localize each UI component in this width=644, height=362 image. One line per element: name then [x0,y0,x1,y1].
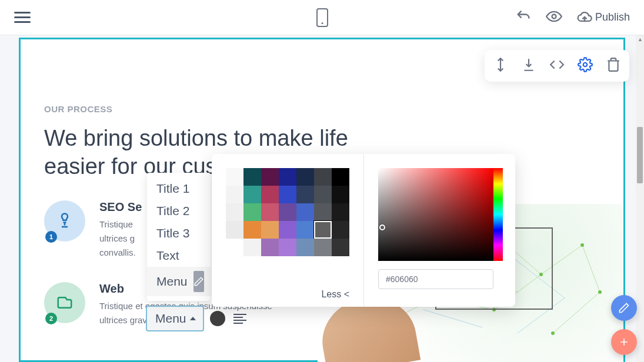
color-swatch[interactable] [314,186,332,203]
less-toggle[interactable]: Less < [226,283,349,300]
feature-icon-seo: 1 [44,200,85,242]
section-eyebrow[interactable]: OUR PROCESS [44,104,600,114]
vertical-scrollbar[interactable]: ▲ [636,35,644,362]
color-swatch[interactable] [332,186,349,203]
settings-icon[interactable] [578,57,593,75]
hex-input[interactable] [378,269,493,289]
color-swatch[interactable] [226,239,243,256]
svg-point-0 [552,14,556,18]
color-swatch[interactable] [261,221,279,239]
color-swatch[interactable] [261,186,279,203]
color-swatch[interactable] [314,239,332,256]
dropdown-item-title3[interactable]: Title 3 [147,222,211,244]
saturation-value-field[interactable] [378,168,493,261]
download-icon[interactable] [521,57,536,75]
sv-cursor[interactable] [379,224,385,230]
color-swatch[interactable] [314,203,332,221]
delete-icon[interactable] [606,57,621,75]
color-swatch[interactable] [243,239,261,256]
color-swatch[interactable] [279,186,296,203]
edit-fab[interactable] [611,295,637,321]
color-swatch[interactable] [261,203,279,221]
color-swatch[interactable] [243,221,261,239]
scrollbar-thumb[interactable] [637,127,643,183]
color-swatch[interactable] [279,239,296,256]
svg-line-19 [423,310,482,327]
color-swatch[interactable] [226,186,243,203]
feature-badge: 2 [45,313,57,324]
color-swatch[interactable] [226,168,243,186]
color-swatch[interactable] [332,203,349,221]
dropdown-item-text[interactable]: Text [147,244,211,267]
color-swatch[interactable] [261,168,279,186]
dropdown-item-title1[interactable]: Title 1 [147,177,211,200]
color-swatch[interactable] [261,239,279,256]
feature-icon-web: 2 [44,282,85,323]
svg-point-28 [551,331,555,335]
color-swatch[interactable] [296,203,314,221]
color-swatch[interactable] [314,168,332,186]
color-swatch[interactable] [332,168,349,186]
move-icon[interactable] [493,57,508,75]
color-swatch[interactable] [314,221,332,239]
heading-dropdown: Title 1 Title 2 Title 3 Text Menu [147,173,211,301]
edit-icon[interactable] [193,271,204,292]
color-swatch[interactable] [279,203,296,221]
section-toolbar [485,50,629,82]
caret-up-icon [190,317,196,320]
add-fab[interactable] [611,329,637,355]
undo-icon[interactable] [515,8,532,27]
color-swatch[interactable] [243,203,261,221]
color-swatch[interactable] [332,221,349,239]
color-swatch[interactable] [243,186,261,203]
feature-title[interactable]: SEO Se [99,200,142,214]
color-swatch[interactable] [296,221,314,239]
swatch-grid [226,168,349,256]
text-inline-toolbar: Menu [146,306,249,331]
style-menu-button[interactable]: Menu [146,306,204,331]
preview-icon[interactable] [546,8,562,27]
dropdown-menu-row[interactable]: Menu [147,267,211,296]
color-swatch[interactable] [243,168,261,186]
code-icon[interactable] [549,57,565,75]
dropdown-menu-label: Menu [156,274,188,289]
align-left-icon[interactable] [231,311,249,326]
feature-desc[interactable]: Tristique ultrices g convallis. [99,217,142,260]
svg-point-1 [583,63,588,67]
color-swatch[interactable] [296,186,314,203]
text-color-button[interactable] [210,311,225,326]
scroll-up-arrow[interactable]: ▲ [638,36,642,41]
color-swatch[interactable] [226,203,243,221]
publish-label: Publish [595,11,630,24]
feature-badge: 1 [45,231,57,243]
color-swatch[interactable] [296,239,314,256]
publish-button[interactable]: Publish [576,9,630,26]
svg-point-27 [598,290,602,294]
color-swatch[interactable] [226,221,243,239]
color-swatch[interactable] [296,168,314,186]
menu-icon[interactable] [14,12,31,23]
svg-line-12 [553,292,600,333]
color-swatch[interactable] [279,168,296,186]
color-swatch[interactable] [332,239,349,256]
svg-line-11 [582,245,600,292]
color-swatch[interactable] [279,221,296,239]
dropdown-item-title2[interactable]: Title 2 [147,200,211,222]
menu-label: Menu [155,311,186,326]
color-picker-panel: Less < [212,154,515,307]
mobile-preview-icon[interactable] [316,8,328,27]
topbar: Publish [0,0,644,35]
svg-point-26 [580,243,584,247]
